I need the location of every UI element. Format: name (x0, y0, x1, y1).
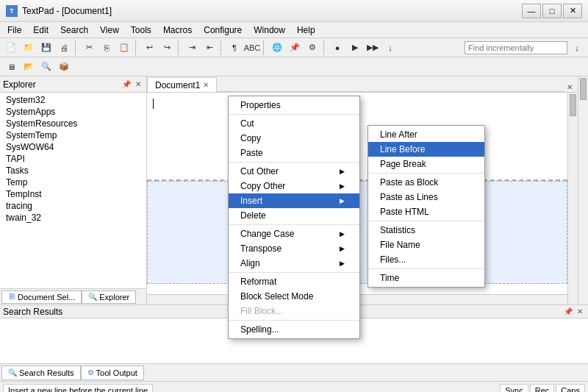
ctx-block-select[interactable]: Block Select Mode (229, 289, 359, 304)
list-item[interactable]: Temp (0, 177, 146, 188)
menu-macros[interactable]: Macros (157, 22, 198, 38)
menu-help[interactable]: Help (291, 22, 321, 38)
list-item[interactable]: SystemTemp (0, 129, 146, 141)
search-results-close[interactable]: ✕ (575, 307, 585, 317)
sub-files[interactable]: Files... (368, 252, 484, 267)
bullet-btn[interactable]: ● (329, 40, 345, 56)
ctx-copy-other[interactable]: Copy Other ▶ (229, 179, 359, 193)
search-results-tab[interactable]: 🔍 Search Results (1, 366, 81, 380)
document-tab[interactable]: Document1 ✕ (147, 77, 217, 92)
search-results-pin[interactable]: 📌 (563, 307, 573, 317)
ctx-cut[interactable]: Cut (229, 116, 359, 131)
document-tab-close[interactable]: ✕ (203, 81, 209, 89)
ctx-delete[interactable]: Delete (229, 208, 359, 223)
sub-line-before[interactable]: Line Before (368, 142, 484, 157)
sep-1 (75, 40, 78, 55)
explorer-panel: Explorer 📌 ✕ System32 SystemApps SystemR… (0, 76, 147, 304)
ctx-insert[interactable]: Insert ▶ (229, 193, 359, 208)
sub-page-break[interactable]: Page Break (368, 157, 484, 171)
list-item[interactable]: System32 (0, 94, 146, 106)
save-button[interactable]: 💾 (38, 40, 54, 56)
menu-view[interactable]: View (94, 22, 125, 38)
doc-scrollbar-vertical[interactable] (567, 93, 578, 304)
ctx-align[interactable]: Align ▶ (229, 256, 359, 271)
ctx-spelling[interactable]: Spelling... (229, 322, 359, 337)
explorer-close-button[interactable]: ✕ (133, 79, 143, 90)
list-item[interactable]: TempInst (0, 188, 146, 200)
web-btn[interactable]: 🌐 (269, 40, 285, 56)
close-button[interactable]: ✕ (563, 4, 582, 18)
status-bar: Insert a new line before the current lin… (0, 381, 588, 392)
paste-button[interactable]: 📋 (116, 40, 132, 56)
list-item[interactable]: SysWOW64 (0, 141, 146, 153)
title-bar-controls[interactable]: — □ ✕ (522, 4, 582, 18)
ctx-reformat[interactable]: Reformat (229, 274, 359, 289)
clipbd-btn[interactable]: 📌 (287, 40, 303, 56)
cut-button[interactable]: ✂ (81, 40, 97, 56)
ctx-properties[interactable]: Properties (229, 98, 359, 113)
ctx-paste[interactable]: Paste (229, 146, 359, 160)
menu-window[interactable]: Window (248, 22, 291, 38)
new-button[interactable]: 📄 (3, 40, 19, 56)
tb2-btn3[interactable]: 🔍 (38, 59, 54, 75)
macro-btn[interactable]: ⚙ (304, 40, 320, 56)
tb2-btn2[interactable]: 📂 (21, 59, 37, 75)
ctx-copy[interactable]: Copy (229, 131, 359, 146)
sub-line-after[interactable]: Line After (368, 127, 484, 142)
sub-paste-html[interactable]: Paste HTML (368, 204, 484, 219)
list-item[interactable]: SystemApps (0, 106, 146, 118)
sub-time[interactable]: Time (368, 271, 484, 285)
ctx-paste-label: Paste (240, 148, 263, 158)
sub-paste-lines[interactable]: Paste as Lines (368, 190, 484, 204)
sep-6 (323, 40, 326, 55)
outdent-button[interactable]: ⇤ (201, 40, 218, 56)
maximize-button[interactable]: □ (542, 4, 562, 18)
document-content[interactable] (147, 93, 578, 304)
list-item[interactable]: Tasks (0, 165, 146, 177)
print-button[interactable]: 🖨 (56, 40, 72, 56)
status-panels-right: Sync Rec Caps (500, 384, 585, 393)
play-btn[interactable]: ▶ (347, 40, 363, 56)
menu-configure[interactable]: Configure (198, 22, 248, 38)
list-item[interactable]: twain_32 (0, 212, 146, 224)
sub-file-name[interactable]: File Name (368, 238, 484, 252)
sub-statistics[interactable]: Statistics (368, 223, 484, 238)
tb2-btn4[interactable]: 📦 (56, 59, 72, 75)
indent-button[interactable]: ⇥ (184, 40, 200, 56)
explorer-tab[interactable]: 🔍 Explorer (82, 291, 136, 304)
document-sel-tab[interactable]: 🖹 Document Sel... (1, 291, 82, 304)
ctx-cut-other[interactable]: Cut Other ▶ (229, 164, 359, 179)
sub-sep-2 (368, 221, 484, 221)
menu-search[interactable]: Search (54, 22, 94, 38)
ctx-delete-label: Delete (240, 210, 266, 221)
scroll-thumb-v[interactable] (570, 94, 576, 116)
spell-btn[interactable]: ABC (244, 40, 260, 56)
right-scroll-thumb[interactable] (580, 78, 587, 100)
list-item[interactable]: tracing (0, 200, 146, 212)
sub-paste-block[interactable]: Paste as Block (368, 175, 484, 190)
menu-tools[interactable]: Tools (125, 22, 157, 38)
menu-file[interactable]: File (1, 22, 27, 38)
undo-button[interactable]: ↩ (141, 40, 157, 56)
menu-edit[interactable]: Edit (27, 22, 54, 38)
format-btn[interactable]: ¶ (226, 40, 243, 56)
find-next-button[interactable]: ↓ (569, 40, 585, 56)
explorer-title: Explorer (3, 79, 36, 90)
tool-output-tab[interactable]: ⚙ Tool Output (81, 366, 144, 380)
search-results-tab-label: Search Results (19, 368, 74, 377)
list-item[interactable]: TAPI (0, 153, 146, 165)
find-input[interactable] (465, 41, 567, 54)
redo-button[interactable]: ↪ (159, 40, 175, 56)
play2-btn[interactable]: ▶▶ (365, 40, 381, 56)
tb2-btn1[interactable]: 🖥 (3, 59, 19, 75)
ctx-transpose[interactable]: Transpose ▶ (229, 241, 359, 256)
arrow-btn[interactable]: ↓ (382, 40, 398, 56)
toolbar-2: 🖥 📂 🔍 📦 (0, 57, 588, 76)
explorer-pin-button[interactable]: 📌 (121, 79, 132, 90)
list-item[interactable]: SystemResources (0, 118, 146, 129)
copy-button[interactable]: ⎘ (98, 40, 115, 56)
doc-area-close[interactable]: ✕ (564, 82, 575, 92)
minimize-button[interactable]: — (522, 4, 541, 18)
ctx-change-case[interactable]: Change Case ▶ (229, 227, 359, 241)
open-button[interactable]: 📁 (21, 40, 37, 56)
